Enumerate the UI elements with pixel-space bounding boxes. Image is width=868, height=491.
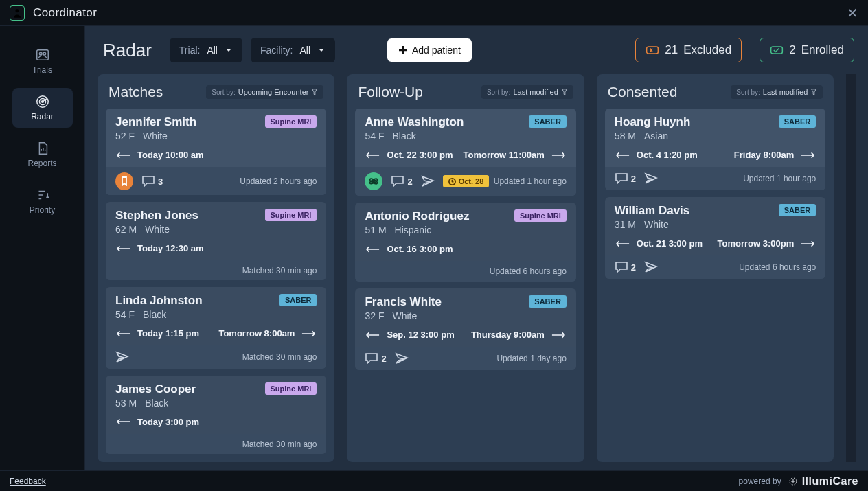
page-title: Radar xyxy=(103,40,152,61)
column-consented-title: Consented xyxy=(608,84,678,100)
sort-label: Sort by: xyxy=(212,89,235,96)
send-icon[interactable] xyxy=(115,351,129,363)
enrolled-icon xyxy=(770,45,784,56)
facility-dropdown[interactable]: Facility: All xyxy=(251,38,335,62)
arrow-right-icon xyxy=(301,330,317,337)
scrollbar-track[interactable] xyxy=(846,74,856,462)
patient-name: Anne Washington xyxy=(365,115,464,129)
patient-card[interactable]: Antonio Rodriguez 51 MHispanic Supine MR… xyxy=(355,203,575,282)
sort-value: Last modified xyxy=(763,88,808,96)
next-encounter: Tomorrow 11:00am xyxy=(464,150,545,160)
comment-icon[interactable] xyxy=(365,352,378,365)
patient-card[interactable]: William Davis 31 MWhite SABER Oct. 21 3:… xyxy=(605,197,825,279)
sort-value: Upcoming Encounter xyxy=(238,88,309,96)
prev-encounter: Oct. 16 3:00 pm xyxy=(387,244,453,254)
excluded-label: Excluded xyxy=(683,43,731,57)
send-icon[interactable] xyxy=(421,175,435,187)
patient-card[interactable]: Hoang Huynh 58 MAsian SABER Oct. 4 1:20 … xyxy=(605,109,825,190)
nav-trials[interactable]: Trials xyxy=(12,41,73,81)
patient-age-sex: 62 M xyxy=(115,224,137,235)
patient-age-sex: 52 F xyxy=(115,130,135,141)
atom-icon[interactable] xyxy=(365,172,382,190)
send-icon[interactable] xyxy=(644,261,658,273)
close-button[interactable]: ✕ xyxy=(847,5,858,21)
patient-card[interactable]: Linda Johnston 54 FBlack SABER Today 1:1… xyxy=(106,287,326,368)
comment-count: 2 xyxy=(631,174,636,184)
titlebar: Coordinator ✕ xyxy=(0,0,868,26)
sidebar: Trials Radar Reports Priority xyxy=(0,26,85,470)
svg-rect-1 xyxy=(36,50,48,60)
card-status: Matched 30 min ago xyxy=(242,266,317,275)
patient-name: Antonio Rodriguez xyxy=(365,209,469,223)
patient-race: White xyxy=(145,224,170,235)
trial-badge: SABER xyxy=(279,294,317,306)
facility-dropdown-label: Facility: xyxy=(260,45,293,56)
patient-card[interactable]: Stephen Jones 62 MWhite Supine MRI Today… xyxy=(106,202,326,280)
brand-name: IllumiCare xyxy=(802,475,858,488)
patient-age-sex: 58 M xyxy=(615,130,636,141)
svg-point-0 xyxy=(16,9,19,12)
arrow-right-icon xyxy=(801,152,816,159)
card-status: Updated 1 hour ago xyxy=(494,176,567,186)
due-date-chip[interactable]: Oct. 28 xyxy=(443,175,490,187)
add-patient-button[interactable]: Add patient xyxy=(387,38,472,62)
arrow-left-icon xyxy=(615,240,630,247)
patient-card[interactable]: Jennifer Smith 52 FWhite Supine MRI Toda… xyxy=(106,109,326,195)
trial-dropdown[interactable]: Trial: All xyxy=(170,38,242,62)
comment-count: 2 xyxy=(407,176,412,187)
filter-icon xyxy=(561,88,568,96)
arrow-right-icon xyxy=(551,152,567,159)
column-matches: Matches Sort by: Upcoming Encounter xyxy=(98,74,334,462)
patient-card[interactable]: James Cooper 53 MBlack Supine MRI Today … xyxy=(106,376,326,454)
card-status: Matched 30 min ago xyxy=(242,439,317,449)
send-icon[interactable] xyxy=(644,172,658,185)
feedback-link[interactable]: Feedback xyxy=(10,477,46,486)
sort-matches[interactable]: Sort by: Upcoming Encounter xyxy=(206,85,323,99)
comment-icon[interactable] xyxy=(615,172,628,185)
send-icon[interactable] xyxy=(395,352,409,365)
trial-dropdown-value: All xyxy=(207,45,218,56)
patient-card[interactable]: Francis White 32 FWhite SABER Sep. 12 3:… xyxy=(355,288,575,370)
trial-badge: Supine MRI xyxy=(265,209,317,221)
comment-icon[interactable] xyxy=(615,261,628,273)
comment-icon[interactable] xyxy=(141,175,155,187)
sort-consented[interactable]: Sort by: Last modified xyxy=(731,85,823,99)
nav-priority-label: Priority xyxy=(30,205,55,215)
arrow-left-icon xyxy=(115,152,130,159)
patient-age-sex: 54 F xyxy=(365,130,384,141)
prev-encounter: Oct. 4 1:20 pm xyxy=(637,150,698,160)
excluded-stat[interactable]: 21 Excluded xyxy=(635,38,742,62)
patient-age-sex: 32 F xyxy=(365,310,384,321)
patient-race: Black xyxy=(143,309,166,320)
patient-name: Jennifer Smith xyxy=(115,115,196,129)
bookmark-icon[interactable] xyxy=(115,172,133,190)
nav-priority[interactable]: Priority xyxy=(12,181,73,221)
patient-age-sex: 53 M xyxy=(115,398,137,409)
patient-card[interactable]: Anne Washington 54 FBlack SABER Oct. 22 … xyxy=(355,109,575,196)
nav-trials-label: Trials xyxy=(32,65,52,75)
logo-icon xyxy=(787,475,799,488)
nav-reports[interactable]: Reports xyxy=(12,135,73,174)
trial-dropdown-label: Trial: xyxy=(179,45,201,56)
card-status: Updated 6 hours ago xyxy=(490,266,567,276)
arrow-right-icon xyxy=(551,332,567,339)
prev-encounter: Sep. 12 3:00 pm xyxy=(387,330,454,340)
nav-reports-label: Reports xyxy=(27,159,56,168)
page-header: Radar Trial: All Facility: All Add patie… xyxy=(85,26,868,74)
next-encounter: Thursday 9:00am xyxy=(471,330,545,340)
patient-race: White xyxy=(143,130,168,141)
arrow-left-icon xyxy=(365,246,380,253)
arrow-right-icon xyxy=(801,240,816,247)
trial-badge: Supine MRI xyxy=(265,115,317,128)
enrolled-stat[interactable]: 2 Enrolled xyxy=(760,38,854,62)
comment-icon[interactable] xyxy=(391,175,404,187)
patient-race: White xyxy=(644,219,669,230)
sort-followup[interactable]: Sort by: Last modified xyxy=(481,85,573,99)
patient-race: Black xyxy=(392,130,415,141)
patient-name: William Davis xyxy=(615,204,689,218)
column-followup: Follow-Up Sort by: Last modified xyxy=(347,74,584,462)
nav-radar[interactable]: Radar xyxy=(12,88,73,128)
patient-race: White xyxy=(392,310,417,321)
trial-badge: SABER xyxy=(779,204,816,216)
prev-encounter: Today 12:30 am xyxy=(137,243,204,253)
